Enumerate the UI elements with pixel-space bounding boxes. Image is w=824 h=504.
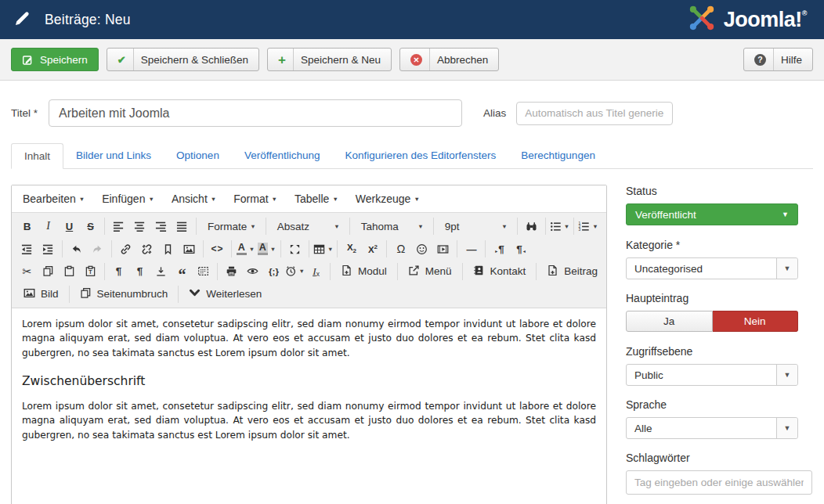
editor-menu-ansicht[interactable]: Ansicht▼ [163,185,225,212]
toolbar-separator [330,263,331,280]
editor-select-absatz[interactable]: Absatz▼ [270,216,345,236]
blockquote-icon[interactable]: “ [172,262,192,281]
toolbar-separator [462,263,463,280]
editor-menu-einf-gen[interactable]: Einfügen▼ [93,185,163,212]
editor-button-weiterlesen[interactable]: Weiterlesen [182,284,269,304]
tab-berechtigungen[interactable]: Berechtigungen [508,143,608,169]
editor-button-bild[interactable]: Bild [16,284,66,304]
editor-menubar: Bearbeiten▼Einfügen▼Ansicht▼Format▼Tabel… [12,185,606,213]
editor-button-beitrag[interactable]: Beitrag [540,261,605,281]
align-right-icon[interactable] [151,217,171,236]
save-button[interactable]: Speichern [11,48,99,71]
align-justify-icon[interactable] [172,217,192,236]
editor-content[interactable]: Lorem ipsum dolor sit amet, consetetur s… [12,308,606,504]
tab-optionen[interactable]: Optionen [164,143,232,169]
access-select[interactable]: Public ▼ [626,364,798,386]
editor-menu-werkzeuge[interactable]: Werkzeuge▼ [347,185,428,212]
numbered-list-icon[interactable]: 123▼ [578,217,598,236]
editor-select-formate[interactable]: Formate▼ [201,216,262,236]
fullscreen-icon[interactable] [285,239,305,258]
featured-yes-button[interactable]: Ja [626,311,713,332]
align-center-icon[interactable] [130,217,150,236]
editor-button-kontakt[interactable]: Kontakt [466,261,533,281]
cut-icon[interactable]: ✂ [17,262,37,281]
toolbar-separator [196,218,197,235]
strikethrough-icon[interactable]: S [81,217,100,236]
chevron-down-icon[interactable]: ▼ [776,258,797,279]
horizontal-rule-icon[interactable]: — [461,239,481,258]
indent-icon[interactable] [38,239,58,258]
editor-button-men[interactable]: Menü [401,261,459,281]
editor-button-seitenumbruch[interactable]: Seitenumbruch [73,284,175,304]
text-color-icon[interactable]: A▼ [236,239,255,258]
find-replace-icon[interactable] [522,217,541,236]
title-alias-row: Titel * Alias [0,81,824,127]
unlink-icon[interactable] [137,239,157,258]
align-left-icon[interactable] [109,217,128,236]
preview-icon[interactable] [243,262,262,281]
superscript-icon[interactable]: X2 [363,239,382,258]
editor-menu-format[interactable]: Format▼ [225,185,286,212]
insert-datetime-icon[interactable]: ▼ [285,262,305,281]
special-character-icon[interactable]: Ω [391,239,410,258]
paste-text-icon[interactable]: T [81,262,100,281]
link-icon[interactable] [116,239,136,258]
visual-chars-icon[interactable]: ¶ [109,262,128,281]
redo-icon[interactable] [88,239,107,258]
subscript-icon[interactable]: X2 [342,239,361,258]
emoticons-icon[interactable] [412,239,432,258]
plus-icon: + [278,49,294,70]
print-icon[interactable] [222,262,241,281]
editor-button-modul[interactable]: Modul [334,261,394,281]
readmore-chevron-icon [189,287,201,301]
editor-toolbar-row: BildSeitenumbruchWeiterlesen [13,283,605,305]
table-icon[interactable]: ▼ [313,239,333,258]
edit-tabs: InhaltBilder und LinksOptionenVeröffentl… [11,143,813,169]
editor-menu-bearbeiten[interactable]: Bearbeiten▼ [14,185,93,212]
visual-blocks-icon[interactable]: ¶ [130,262,150,281]
cancel-button[interactable]: ✕Abbrechen [399,48,499,71]
help-button[interactable]: ?Hilfe [743,48,813,71]
category-select[interactable]: Uncategorised ▼ [626,257,798,279]
chevron-down-icon[interactable]: ▼ [776,418,797,438]
remove-format-icon[interactable]: Ix [306,262,326,281]
editor-select-tahoma[interactable]: Tahoma▼ [354,216,429,236]
featured-no-button[interactable]: Nein [713,311,799,332]
tab-ver-ffentlichung[interactable]: Veröffentlichung [232,143,333,169]
code-sample-icon[interactable]: {;} [264,262,284,281]
source-code-icon[interactable]: <> [208,239,227,258]
bold-icon[interactable]: B [17,217,37,236]
media-icon[interactable] [433,239,453,258]
editor-menu-tabelle[interactable]: Tabelle▼ [286,185,347,212]
background-color-icon[interactable]: A▼ [257,239,276,258]
edit-pencil-icon [14,10,31,30]
toolbar-separator [266,218,266,235]
rtl-paragraph-icon[interactable]: ¶◂ [511,239,530,258]
copy-icon[interactable] [38,262,58,281]
outdent-icon[interactable] [17,239,37,258]
title-input[interactable] [49,99,462,127]
ltr-paragraph-icon[interactable]: ▸¶ [490,239,509,258]
italic-icon[interactable]: I [38,217,58,236]
language-select[interactable]: Alle ▼ [626,417,798,439]
featured-label: Haupteintrag [626,292,812,304]
underline-icon[interactable]: U [60,217,79,236]
tab-konfigurieren-des-editorfensters[interactable]: Konfigurieren des Editorfensters [332,143,508,169]
chevron-down-icon[interactable]: ▼ [776,365,797,385]
image-icon[interactable] [179,239,199,258]
action-toolbar: Speichern ✔Speichern & Schließen +Speich… [0,39,824,81]
template-icon[interactable] [193,262,213,281]
tab-inhalt[interactable]: Inhalt [11,143,63,169]
bullet-list-icon[interactable]: ▼ [550,217,569,236]
tags-input[interactable] [626,470,812,495]
insert-template-icon[interactable] [151,262,171,281]
editor-select-9pt[interactable]: 9pt▼ [438,216,513,236]
save-new-button[interactable]: +Speichern & Neu [267,48,392,71]
status-select[interactable]: Veröffentlicht ▼ [626,203,798,225]
undo-icon[interactable] [67,239,86,258]
save-close-button[interactable]: ✔Speichern & Schließen [107,48,259,71]
alias-input[interactable] [516,102,673,125]
tab-bilder-und-links[interactable]: Bilder und Links [63,143,164,169]
anchor-icon[interactable] [158,239,178,258]
paste-icon[interactable] [60,262,79,281]
